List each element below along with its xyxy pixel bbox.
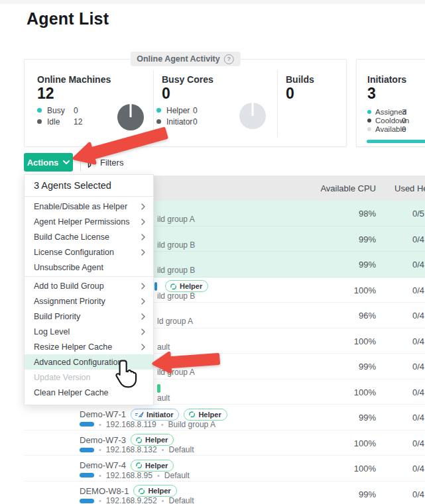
submenu-chevron (141, 234, 145, 240)
filters-button[interactable]: Filters (84, 157, 123, 168)
menu-item-assignment-priority[interactable]: Assignment Priority (25, 293, 153, 309)
toolbar-divider (80, 154, 81, 171)
used-helpers-value: 0/4 (412, 489, 424, 499)
menu-item-label: Clean Helper Cache (34, 388, 109, 397)
menu-item-resize-helper-cache[interactable]: Resize Helper Cache (25, 339, 153, 354)
submenu-chevron (141, 328, 145, 335)
helper-badge-label: Helper (148, 487, 170, 495)
used-helpers-value: 0/5 (412, 209, 424, 219)
table-row[interactable]: Demo-W7-4Helper•192.168.8.95•Default100%… (24, 456, 425, 481)
legend-dot (156, 119, 161, 124)
selected-agents-count: 3 Agents Selected (25, 175, 153, 197)
used-helpers-value: 0/4 (412, 387, 424, 397)
agent-ip: 192.168.8.132 (106, 445, 157, 454)
initiator-badge-fragment (154, 282, 157, 291)
agent-name: Demo-W7-1 (80, 409, 126, 419)
submenu-chevron (141, 249, 145, 256)
helper-badge: Helper (131, 460, 174, 472)
pie-notch (252, 103, 254, 116)
table-row[interactable]: Demo-W7-3Helper•192.168.8.132•Default100… (24, 430, 425, 456)
helper-badge-label: Helper (180, 282, 202, 290)
legend-value: 0 (74, 106, 78, 115)
helper-badge: Helper (184, 409, 227, 421)
agent-row-line1: Demo-W7-4Helper (80, 460, 174, 471)
menu-item-log-level[interactable]: Log Level (25, 324, 153, 339)
menu-item-label: Build Priority (34, 312, 80, 321)
submenu-chevron-icon (141, 219, 145, 225)
agent-row-line2: •192.168.9.252•Default (80, 497, 194, 504)
online-machines-title: Online Machines (37, 74, 111, 85)
legend-label: Helper (166, 106, 190, 115)
online-agent-activity-card: Online Agent Activity ? Online Machines … (24, 59, 347, 147)
submenu-chevron (141, 313, 145, 320)
legend-dot (367, 110, 371, 114)
help-icon[interactable]: ? (224, 54, 234, 64)
helper-badge: Helper (131, 434, 174, 446)
separator-dot: • (157, 472, 160, 479)
build-group: Build group A (168, 420, 215, 429)
used-helpers-value: 0/4 (412, 336, 424, 346)
legend-item: Helper0 (156, 105, 236, 116)
initiator-badge-label: Initiator (147, 411, 173, 419)
menu-item-label: Log Level (34, 327, 70, 336)
build-group-fragment: ild group A (157, 368, 195, 377)
submenu-chevron-icon (141, 234, 145, 240)
cpu-value: 100% (354, 285, 376, 295)
os-pill (80, 473, 94, 478)
menu-item-agent-helper-permissions[interactable]: Agent Helper Permissions (25, 214, 153, 229)
legend-label: Busy (47, 106, 65, 115)
table-row[interactable]: Demo-W7-1InitiatorHelper•192.168.8.119•B… (24, 405, 425, 430)
helper-badge-fragment (157, 384, 160, 393)
cpu-value: 99% (359, 362, 376, 372)
helper-badge: Helper (133, 485, 176, 497)
actions-dropdown-menu: 3 Agents Selected Enable/Disable as Help… (24, 174, 154, 405)
separator-dot: • (162, 497, 164, 504)
helper-badge-icon (135, 462, 143, 469)
legend-item: Assigned3 (367, 107, 425, 116)
legend-value: 3 (402, 108, 406, 116)
used-helpers-value: 0/4 (412, 464, 424, 474)
build-group-fragment: ild group B (157, 266, 195, 275)
initiators-card: Initiators 3 Assigned3Cooldown0Available… (356, 59, 425, 147)
agent-row-line2: •192.168.8.119•Build group A (80, 420, 215, 428)
window-edge (0, 0, 425, 4)
filter-funnel-icon (84, 157, 95, 168)
helper-badge-label: Helper (198, 411, 221, 419)
activity-tab-label: Online Agent Activity (137, 54, 219, 64)
build-group-fragment: ault (157, 342, 170, 352)
agent-ip: 192.168.8.119 (106, 420, 156, 429)
column-header-available-cpu[interactable]: Available CPU (320, 183, 376, 193)
menu-item-add-to-build-group[interactable]: Add to Build Group (25, 278, 153, 293)
online-machines-legend: Busy0Idle12 (37, 105, 117, 127)
menu-item-license-configuration[interactable]: License Configuration (25, 244, 153, 260)
submenu-chevron (141, 283, 145, 289)
cpu-value: 100% (354, 464, 376, 474)
helper-badge-label: Helper (145, 462, 168, 470)
helper-badge-icon (170, 283, 177, 290)
menu-item-clean-helper-cache[interactable]: Clean Helper Cache (25, 385, 153, 400)
initiator-badge-icon (135, 411, 144, 418)
menu-item-build-priority[interactable]: Build Priority (25, 309, 153, 324)
helper-badge-icon (135, 436, 143, 444)
menu-item-label: Advanced Configuration (34, 358, 122, 367)
cpu-value: 100% (354, 336, 376, 346)
legend-dot (156, 108, 161, 113)
actions-button-label: Actions (27, 158, 59, 168)
menu-item-label: Enable/Disable as Helper (34, 202, 127, 211)
agent-name: DEMO-W8-1 (80, 486, 129, 496)
table-row[interactable]: DEMO-W8-1Helper•192.168.9.252•Default99%… (24, 481, 425, 504)
actions-button[interactable]: Actions (24, 153, 73, 172)
cpu-value: 99% (359, 489, 376, 499)
menu-item-build-cache-license[interactable]: Build Cache License (25, 229, 153, 244)
used-helpers-value: 0/4 (412, 285, 424, 295)
legend-item: Idle12 (37, 116, 117, 127)
menu-item-unsubscribe-agent[interactable]: Unsubscribe Agent (25, 260, 153, 275)
menu-divider (25, 276, 153, 277)
legend-dot (367, 127, 371, 131)
menu-item-label: Add to Build Group (34, 281, 104, 291)
menu-item-advanced-configuration[interactable]: Advanced Configuration (25, 354, 153, 370)
column-header-used-helpers[interactable]: Used Helpers (395, 183, 425, 193)
legend-item: Available0 (367, 125, 425, 133)
build-group-fragment: ld group A (157, 317, 193, 326)
menu-item-enable-disable-as-helper[interactable]: Enable/Disable as Helper (25, 199, 153, 214)
